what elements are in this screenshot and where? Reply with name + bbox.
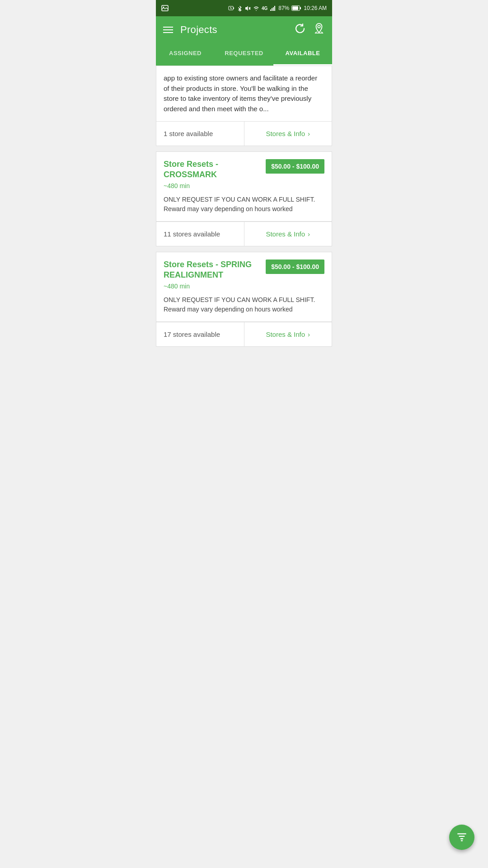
tab-bar: ASSIGNED REQUESTED AVAILABLE xyxy=(156,43,332,66)
stores-info-button[interactable]: Stores & Info › xyxy=(244,322,332,346)
content-area: app to existing store owners and facilit… xyxy=(156,66,332,347)
card-footer: 17 stores available Stores & Info › xyxy=(156,322,332,346)
card-title-block: Store Resets - CROSSMARK ~480 min xyxy=(164,159,260,189)
card-body: ONLY REQUEST IF YOU CAN WORK A FULL SHIF… xyxy=(156,195,332,221)
battery-icon xyxy=(291,5,301,11)
partial-card-footer: 1 store available Stores & Info › xyxy=(156,121,332,146)
app-bar: Projects xyxy=(156,16,332,43)
project-card-crossmark: Store Resets - CROSSMARK ~480 min $50.00… xyxy=(156,151,332,246)
svg-rect-6 xyxy=(270,9,271,11)
card-title-block: Store Resets - SPRING REALIGNMENT ~480 m… xyxy=(164,259,260,290)
svg-rect-11 xyxy=(292,6,298,10)
status-left xyxy=(161,5,169,11)
card-header: Store Resets - SPRING REALIGNMENT ~480 m… xyxy=(156,252,332,295)
stores-count: 11 stores available xyxy=(156,222,244,246)
partial-card-description: app to existing store owners and facilit… xyxy=(156,66,332,121)
time-display: 10:26 AM xyxy=(304,5,327,11)
refresh-button[interactable] xyxy=(294,23,306,37)
image-icon xyxy=(161,5,169,11)
wifi-icon xyxy=(253,5,259,11)
svg-point-13 xyxy=(318,25,320,28)
card-duration: ~480 min xyxy=(164,182,260,189)
page-title: Projects xyxy=(180,24,294,36)
card-duration: ~480 min xyxy=(164,283,260,290)
stores-info-button[interactable]: Stores & Info › xyxy=(244,222,332,246)
signal-bars-icon xyxy=(270,5,276,11)
mute-icon xyxy=(245,5,251,11)
card-title: Store Resets - CROSSMARK xyxy=(164,159,260,180)
app-bar-icons xyxy=(294,23,325,37)
svg-rect-3 xyxy=(233,8,234,9)
chevron-right-icon: › xyxy=(308,130,310,137)
chevron-right-icon: › xyxy=(308,330,310,338)
card-header: Store Resets - CROSSMARK ~480 min $50.00… xyxy=(156,152,332,195)
price-badge: $50.00 - $100.00 xyxy=(266,259,324,274)
price-badge: $50.00 - $100.00 xyxy=(266,159,324,174)
partial-project-card: app to existing store owners and facilit… xyxy=(156,66,332,146)
svg-rect-0 xyxy=(162,5,168,11)
partial-stores-info-button[interactable]: Stores & Info › xyxy=(244,122,332,146)
svg-rect-7 xyxy=(272,8,272,11)
battery-charging-icon xyxy=(228,5,235,11)
tab-assigned[interactable]: ASSIGNED xyxy=(156,43,215,64)
chevron-right-icon: › xyxy=(308,230,310,238)
svg-rect-12 xyxy=(300,7,301,9)
signal-4g-icon: 4G xyxy=(262,6,267,11)
svg-rect-9 xyxy=(274,6,275,11)
partial-stores-count: 1 store available xyxy=(156,122,244,146)
status-right: 4G 87% 10:26 AM xyxy=(228,5,327,11)
status-bar: 4G 87% 10:26 AM xyxy=(156,0,332,16)
menu-button[interactable] xyxy=(163,27,173,33)
project-card-spring: Store Resets - SPRING REALIGNMENT ~480 m… xyxy=(156,252,332,347)
battery-percent: 87% xyxy=(278,5,289,11)
svg-rect-8 xyxy=(273,7,274,11)
tab-requested[interactable]: REQUESTED xyxy=(215,43,273,64)
tab-available[interactable]: AVAILABLE xyxy=(273,43,332,66)
card-body: ONLY REQUEST IF YOU CAN WORK A FULL SHIF… xyxy=(156,295,332,321)
stores-count: 17 stores available xyxy=(156,322,244,346)
card-footer: 11 stores available Stores & Info › xyxy=(156,222,332,246)
card-title: Store Resets - SPRING REALIGNMENT xyxy=(164,259,260,281)
location-button[interactable] xyxy=(313,23,325,37)
bluetooth-icon xyxy=(237,5,243,11)
